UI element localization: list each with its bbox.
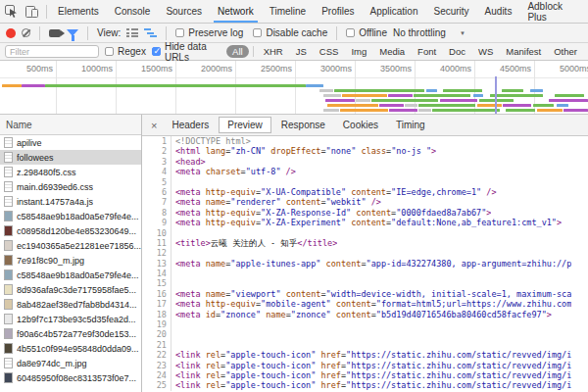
clear-icon[interactable] xyxy=(22,28,30,37)
throttling-select[interactable]: No throttling ▼ xyxy=(393,27,466,38)
request-row[interactable]: 12b9f7c173be93c5d35fea2d... xyxy=(0,312,141,326)
details-tab-preview[interactable]: Preview xyxy=(219,117,271,133)
divider xyxy=(46,5,47,19)
tab-application[interactable]: Application xyxy=(363,0,426,23)
filter-type-xhr[interactable]: XHR xyxy=(258,45,289,58)
preview-source-code[interactable]: 1<!DOCTYPE html>2<html lang="zh-CN" drop… xyxy=(142,136,588,392)
timeline-tick-label: 5000ms xyxy=(540,64,588,74)
code-text: <link rel="apple-touch-icon" href="https… xyxy=(172,370,571,380)
document-icon xyxy=(4,167,13,177)
tab-security[interactable]: Security xyxy=(425,0,476,23)
request-row[interactable]: instant.14757a4a.js xyxy=(0,194,141,209)
large-rows-view-icon[interactable] xyxy=(126,28,138,37)
request-row[interactable]: 4b551c0f994e95848d0dda09... xyxy=(0,341,141,356)
filter-type-ws[interactable]: WS xyxy=(472,45,499,58)
capture-screenshots-icon[interactable] xyxy=(49,29,61,37)
regex-checkbox-item[interactable]: Regex xyxy=(105,46,146,57)
code-token: http-equiv xyxy=(206,208,256,218)
request-row[interactable]: 60485950f08ec8313573f0e7... xyxy=(0,370,141,385)
code-token: <head> xyxy=(175,157,206,167)
code-line: 18<meta id="znonce" name="znonce" conten… xyxy=(142,310,588,319)
request-row[interactable]: 8ab482aef38ed7fab8bd4314... xyxy=(0,297,141,312)
details-tab-cookies[interactable]: Cookies xyxy=(335,118,386,132)
tab-adblock-plus[interactable]: Adblock Plus xyxy=(519,0,588,23)
regex-checkbox[interactable] xyxy=(105,47,114,56)
disable-cache-checkbox[interactable] xyxy=(253,28,262,37)
details-tab-timing[interactable]: Timing xyxy=(388,118,433,132)
hide-data-urls-item[interactable]: Hide data URLs xyxy=(152,41,220,63)
filter-type-img[interactable]: Img xyxy=(345,45,372,58)
code-token: href xyxy=(320,380,340,390)
request-row[interactable]: da8e974dc_m.jpg xyxy=(0,356,141,370)
code-line: 22<link rel="apple-touch-icon" href="htt… xyxy=(142,350,588,360)
waterfall-bar xyxy=(414,94,470,97)
code-line: 8<meta http-equiv="X-ZA-Response-Id" con… xyxy=(142,208,588,218)
request-row[interactable]: apilive xyxy=(0,135,141,150)
code-token: "format=html5;url=https://www.zhihu.com xyxy=(376,299,572,309)
request-name: 4b551c0f994e95848d0dda09... xyxy=(17,344,139,354)
line-number: 13 xyxy=(142,259,172,269)
filter-type-font[interactable]: Font xyxy=(412,45,442,58)
disable-cache-checkbox-item[interactable]: Disable cache xyxy=(253,27,327,38)
waterfall-bar xyxy=(327,104,378,107)
network-overview-timeline[interactable]: 500ms1000ms1500ms2000ms2500ms3000ms3500m… xyxy=(0,61,588,115)
filter-type-manifest[interactable]: Manifest xyxy=(500,45,547,58)
filter-type-media[interactable]: Media xyxy=(373,45,411,58)
request-row[interactable]: ec1940365a5e21281ee71856... xyxy=(0,238,141,253)
filter-type-js[interactable]: JS xyxy=(290,45,313,58)
filter-type-all[interactable]: All xyxy=(226,45,249,58)
chevron-down-icon: ▼ xyxy=(460,30,466,36)
code-line: 3<head> xyxy=(142,157,588,167)
code-token: id xyxy=(206,310,216,319)
filter-type-doc[interactable]: Doc xyxy=(443,45,471,58)
tab-elements[interactable]: Elements xyxy=(50,0,107,23)
request-row[interactable]: z.298480f5.css xyxy=(0,165,141,179)
tab-sources[interactable]: Sources xyxy=(158,0,210,23)
tab-console[interactable]: Console xyxy=(107,0,159,23)
line-number: 9 xyxy=(142,218,172,227)
code-token: name xyxy=(206,259,225,269)
filter-type-css[interactable]: CSS xyxy=(314,45,345,58)
tab-timeline[interactable]: Timeline xyxy=(262,0,314,23)
inspect-element-icon[interactable] xyxy=(5,5,18,18)
code-token: lang xyxy=(206,146,225,156)
code-token: <meta xyxy=(175,289,206,299)
offline-label: Offline xyxy=(359,27,387,38)
device-toolbar-icon[interactable] xyxy=(25,6,38,18)
main-split: Name apilivefolloweesz.298480f5.cssmain.… xyxy=(0,115,588,392)
show-overview-icon[interactable] xyxy=(144,28,157,37)
preserve-log-checkbox[interactable] xyxy=(175,28,184,37)
filter-icon[interactable] xyxy=(67,29,78,36)
waterfall-bar xyxy=(503,104,531,107)
details-tab-headers[interactable]: Headers xyxy=(164,118,217,132)
record-icon[interactable] xyxy=(6,28,16,38)
request-row[interactable]: c58548ae9b18ad0a5e79fe4e... xyxy=(0,268,141,282)
code-text xyxy=(172,228,175,238)
timeline-gridline xyxy=(235,61,236,114)
tab-network[interactable]: Network xyxy=(210,0,262,23)
offline-checkbox-item[interactable]: Offline xyxy=(346,27,387,38)
code-token: <link xyxy=(175,361,206,370)
request-row[interactable]: c58548ae9b18ad0a5e79fe4e... xyxy=(0,209,141,223)
request-row[interactable]: 7e91f8c90_m.jpg xyxy=(0,253,141,268)
tab-audits[interactable]: Audits xyxy=(477,0,520,23)
code-token: content xyxy=(286,289,321,299)
request-row[interactable]: c08958d120be4e853230649... xyxy=(0,223,141,238)
filter-type-other[interactable]: Other xyxy=(548,45,583,58)
hide-data-urls-checkbox[interactable] xyxy=(152,47,161,56)
offline-checkbox[interactable] xyxy=(346,28,355,37)
request-row[interactable]: main.d6939ed6.css xyxy=(0,179,141,194)
request-row[interactable]: 8d936afa9c3de7175958fae5... xyxy=(0,282,141,297)
preserve-log-checkbox-item[interactable]: Preserve log xyxy=(175,27,243,38)
name-column-header[interactable]: Name xyxy=(0,115,141,135)
request-row[interactable]: f90a6c4b572a77e9f30de153... xyxy=(0,326,141,341)
details-tab-response[interactable]: Response xyxy=(273,118,333,132)
line-number: 15 xyxy=(142,278,172,288)
filter-input[interactable] xyxy=(5,45,99,58)
details-tabs: HeadersPreviewResponseCookiesTiming xyxy=(164,117,432,133)
details-tabbar: × HeadersPreviewResponseCookiesTiming xyxy=(142,115,588,136)
request-row[interactable]: followees xyxy=(0,150,141,165)
tab-profiles[interactable]: Profiles xyxy=(314,0,362,23)
close-details-icon[interactable]: × xyxy=(144,120,164,131)
code-token: http-equiv xyxy=(206,187,256,197)
